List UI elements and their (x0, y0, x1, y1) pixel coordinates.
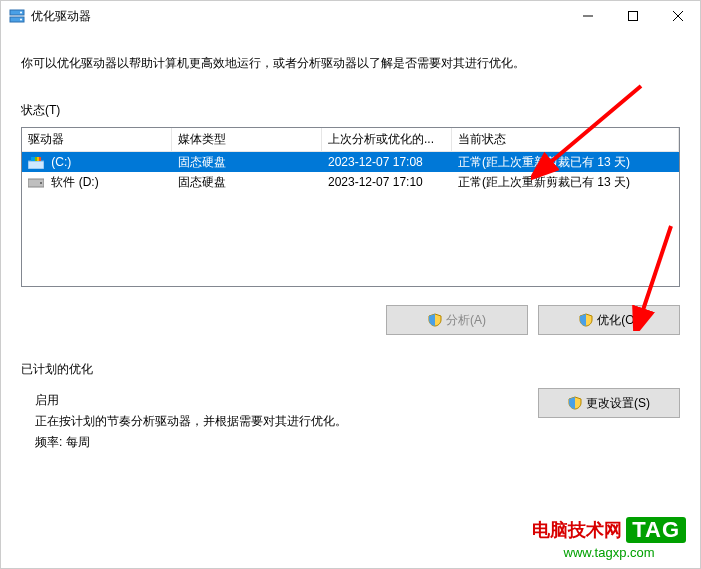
change-settings-label: 更改设置(S) (586, 395, 650, 412)
shield-icon (579, 313, 593, 327)
drive-name: 软件 (D:) (51, 175, 98, 189)
svg-rect-5 (628, 12, 637, 21)
column-last-run[interactable]: 上次分析或优化的... (322, 127, 452, 152)
optimize-label: 优化(O) (597, 312, 638, 329)
schedule-frequency: 频率: 每周 (35, 434, 538, 451)
window-controls (565, 1, 700, 31)
drive-icon (28, 176, 44, 188)
change-settings-button[interactable]: 更改设置(S) (538, 388, 680, 418)
status-section-label: 状态(T) (21, 102, 680, 119)
svg-rect-10 (35, 157, 37, 161)
svg-rect-11 (37, 157, 39, 161)
optimize-button[interactable]: 优化(O) (538, 305, 680, 335)
defrag-app-icon (9, 8, 25, 24)
last-run: 2023-12-07 17:08 (322, 153, 452, 171)
watermark-url: www.tagxp.com (532, 545, 686, 560)
table-row[interactable]: 软件 (D:) 固态硬盘 2023-12-07 17:10 正常(距上次重新剪裁… (22, 172, 679, 192)
list-header: 驱动器 媒体类型 上次分析或优化的... 当前状态 (22, 128, 679, 152)
svg-point-3 (20, 19, 22, 21)
media-type: 固态硬盘 (172, 172, 322, 193)
analyze-button: 分析(A) (386, 305, 528, 335)
shield-icon (568, 396, 582, 410)
column-status[interactable]: 当前状态 (452, 127, 679, 152)
drives-listbox[interactable]: 驱动器 媒体类型 上次分析或优化的... 当前状态 (C:) 固态硬盘 (21, 127, 680, 287)
column-media[interactable]: 媒体类型 (172, 127, 322, 152)
table-row[interactable]: (C:) 固态硬盘 2023-12-07 17:08 正常(距上次重新剪裁已有 … (22, 152, 679, 172)
watermark-tag: TAG (626, 517, 686, 543)
last-run: 2023-12-07 17:10 (322, 173, 452, 191)
media-type: 固态硬盘 (172, 152, 322, 173)
maximize-button[interactable] (610, 1, 655, 31)
close-button[interactable] (655, 1, 700, 31)
analyze-label: 分析(A) (446, 312, 486, 329)
drive-name: (C:) (51, 155, 71, 169)
svg-rect-12 (39, 157, 41, 161)
svg-point-2 (20, 12, 22, 14)
shield-icon (428, 313, 442, 327)
svg-point-14 (40, 182, 42, 184)
status-text: 正常(距上次重新剪裁已有 13 天) (452, 152, 679, 173)
svg-rect-9 (31, 157, 35, 161)
description-text: 你可以优化驱动器以帮助计算机更高效地运行，或者分析驱动器以了解是否需要对其进行优… (21, 55, 680, 72)
titlebar: 优化驱动器 (1, 1, 700, 31)
column-drive[interactable]: 驱动器 (22, 127, 172, 152)
watermark-brand-cn: 电脑技术网 (532, 518, 622, 542)
svg-rect-8 (28, 161, 44, 169)
os-drive-icon (28, 157, 44, 169)
status-text: 正常(距上次重新剪裁已有 13 天) (452, 172, 679, 193)
window-title: 优化驱动器 (31, 8, 565, 25)
minimize-button[interactable] (565, 1, 610, 31)
watermark: 电脑技术网 TAG www.tagxp.com (532, 517, 686, 560)
schedule-section-label: 已计划的优化 (21, 361, 680, 378)
schedule-description: 正在按计划的节奏分析驱动器，并根据需要对其进行优化。 (35, 413, 538, 430)
schedule-enabled-label: 启用 (35, 392, 538, 409)
